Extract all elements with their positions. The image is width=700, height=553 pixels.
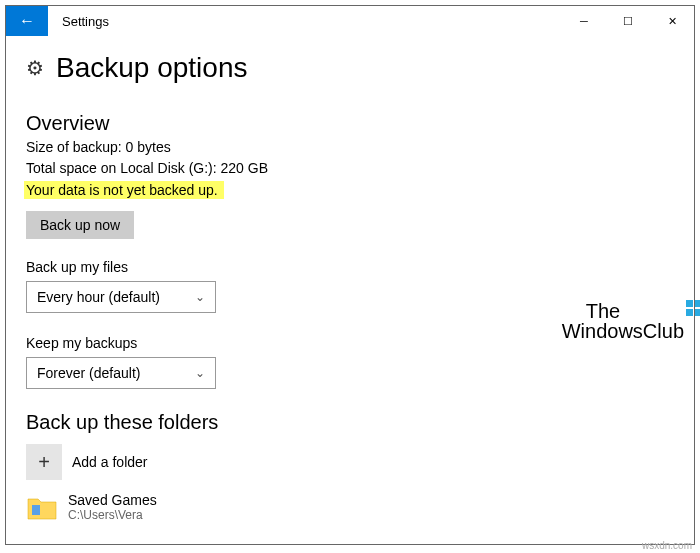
chevron-down-icon: ⌄ [195,290,205,304]
backup-size-line: Size of backup: 0 bytes [26,137,674,158]
page-title: Backup options [56,52,247,84]
folders-heading: Back up these folders [26,411,674,434]
frequency-label: Back up my files [26,259,674,275]
watermark: The WindowsClub [562,301,684,341]
content-area: ⚙ Backup options Overview Size of backup… [6,36,694,522]
settings-window: ← Settings ─ ☐ ✕ ⚙ Backup options Overvi… [5,5,695,545]
frequency-dropdown[interactable]: Every hour (default) ⌄ [26,281,216,313]
folder-name: Saved Games [68,492,157,508]
back-button[interactable]: ← [6,6,48,36]
attribution: wsxdn.com [642,540,692,551]
add-folder-button[interactable]: + Add a folder [26,444,674,480]
maximize-button[interactable]: ☐ [606,6,650,36]
backup-status-highlight: Your data is not yet backed up. [24,181,224,199]
svg-rect-4 [695,309,700,316]
folder-path: C:\Users\Vera [68,508,157,522]
close-button[interactable]: ✕ [650,6,694,36]
total-space-line: Total space on Local Disk (G:): 220 GB [26,158,674,179]
retention-selected: Forever (default) [37,365,140,381]
add-folder-label: Add a folder [72,454,148,470]
svg-rect-0 [32,505,40,515]
titlebar: ← Settings ─ ☐ ✕ [6,6,694,36]
folder-item[interactable]: Saved Games C:\Users\Vera [26,492,674,522]
folder-icon [26,493,58,521]
svg-rect-2 [695,300,700,307]
frequency-selected: Every hour (default) [37,289,160,305]
overview-heading: Overview [26,112,674,135]
minimize-button[interactable]: ─ [562,6,606,36]
plus-icon: + [26,444,62,480]
chevron-down-icon: ⌄ [195,366,205,380]
gear-icon: ⚙ [26,56,44,80]
watermark-line1: The [586,301,684,321]
page-header: ⚙ Backup options [26,52,674,84]
window-title: Settings [48,6,123,36]
maximize-icon: ☐ [623,15,633,28]
titlebar-spacer [123,6,562,36]
svg-rect-1 [686,300,693,307]
folder-text: Saved Games C:\Users\Vera [68,492,157,522]
svg-rect-3 [686,309,693,316]
arrow-left-icon: ← [19,12,35,30]
close-icon: ✕ [668,15,677,28]
backup-now-button[interactable]: Back up now [26,211,134,239]
windows-logo-icon [686,299,700,319]
watermark-line2: WindowsClub [562,321,684,341]
minimize-icon: ─ [580,15,588,27]
retention-dropdown[interactable]: Forever (default) ⌄ [26,357,216,389]
